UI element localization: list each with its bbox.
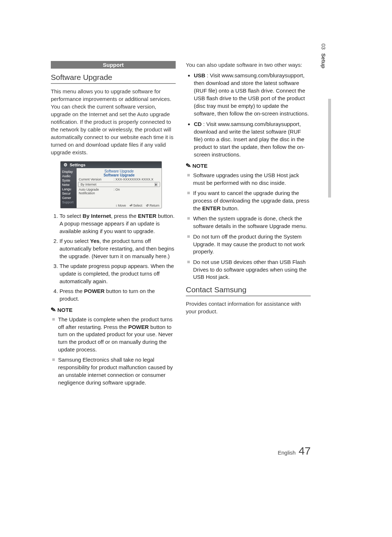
sidebar-item: Syste bbox=[61, 178, 77, 183]
note-item: If you want to cancel the upgrade during… bbox=[193, 190, 311, 212]
note-item: Do not turn off the product during the S… bbox=[193, 233, 311, 256]
sidebar-item: Netw bbox=[61, 183, 77, 187]
panel-subtitle: Software Upgrade bbox=[77, 173, 162, 177]
thumb-index-stripe bbox=[328, 99, 331, 198]
section-name: Setup bbox=[320, 53, 327, 69]
left-column: Support Software Upgrade This menu allow… bbox=[51, 61, 176, 453]
sidebar-item: Secur bbox=[61, 191, 77, 196]
right-column: You can also update software in two othe… bbox=[186, 61, 311, 453]
sidebar-item: Display bbox=[61, 170, 77, 174]
note-item: Samsung Electronics shall take no legal … bbox=[58, 356, 176, 386]
contact-text: Provides contact information for assista… bbox=[186, 300, 311, 315]
note-item: When the system upgrade is done, check t… bbox=[193, 215, 311, 230]
value: : XXX-XXXXXXXX-XXXX.X bbox=[114, 178, 154, 181]
note-heading: ✎ NOTE bbox=[51, 306, 176, 314]
value: : On bbox=[114, 188, 120, 195]
right-intro: You can also update software in two othe… bbox=[186, 61, 311, 69]
label: By Internet bbox=[81, 183, 115, 186]
row-auto-upgrade: Auto Upgrade Notification : On bbox=[77, 187, 162, 195]
note-heading: ✎ NOTE bbox=[186, 162, 311, 170]
settings-title: Settings bbox=[70, 163, 85, 167]
row-by-internet: By Internet ▸ bbox=[78, 182, 160, 187]
note-item: Do not use USB devices other than USB Fl… bbox=[193, 259, 311, 281]
sidebar-item: Langu bbox=[61, 187, 77, 191]
note-label: NOTE bbox=[192, 163, 208, 169]
section-label-support: Support bbox=[51, 61, 176, 69]
step-1: To select By Internet, press the ENTER b… bbox=[60, 212, 176, 235]
label: Current Version bbox=[79, 178, 114, 181]
left-notes: The Update is complete when the product … bbox=[51, 316, 176, 386]
note-label: NOTE bbox=[57, 307, 73, 313]
panel-title: Software Upgrade bbox=[77, 169, 162, 173]
section-number: 03 bbox=[320, 44, 327, 50]
cd-method: CD : Visit www.samsung.com/bluraysupport… bbox=[194, 120, 311, 158]
right-notes: Software upgrades using the USB Host jac… bbox=[186, 172, 311, 281]
heading-software-upgrade: Software Upgrade bbox=[51, 73, 176, 84]
step-4: Press the POWER button to turn on the pr… bbox=[60, 287, 176, 302]
settings-screenshot: ⚙ Settings Display Audio Syste Netw Lang… bbox=[60, 161, 162, 208]
note-item: The Update is complete when the product … bbox=[58, 316, 176, 353]
settings-panel: Software Upgrade Software Upgrade Curren… bbox=[77, 168, 162, 208]
step-2: If you select Yes, the product turns off… bbox=[60, 237, 176, 260]
page-number: 47 bbox=[299, 445, 311, 457]
right-intro-text: You can also update software in two othe… bbox=[186, 61, 311, 69]
hint-select: ⏎Select bbox=[130, 204, 142, 207]
usb-method: USB : Visit www.samsung.com/bluraysuppor… bbox=[194, 72, 311, 117]
row-current-version: Current Version : XXX-XXXXXXXX-XXXX.X bbox=[77, 177, 162, 182]
footer-language: English bbox=[278, 449, 295, 456]
gear-icon: ⚙ bbox=[64, 162, 68, 167]
settings-header: ⚙ Settings bbox=[61, 162, 162, 168]
label: Auto Upgrade Notification bbox=[79, 188, 114, 195]
side-tab: 03 Setup bbox=[320, 44, 327, 69]
page-footer: English 47 bbox=[278, 445, 311, 457]
other-ways-list: USB : Visit www.samsung.com/bluraysuppor… bbox=[186, 72, 311, 158]
heading-contact-samsung: Contact Samsung bbox=[186, 285, 311, 296]
procedure-steps: To select By Internet, press the ENTER b… bbox=[51, 212, 176, 302]
settings-sidebar: Display Audio Syste Netw Langu Secur Gen… bbox=[61, 168, 77, 208]
note-item: Software upgrades using the USB Host jac… bbox=[193, 172, 311, 187]
intro-paragraph: This menu allows you to upgrade software… bbox=[51, 88, 176, 156]
note-icon: ✎ bbox=[50, 306, 56, 314]
sidebar-item: Audio bbox=[61, 174, 77, 178]
intro-paragraph-text: This menu allows you to upgrade software… bbox=[51, 88, 176, 156]
step-3: The update progress popup appears. When … bbox=[60, 262, 176, 285]
page-content: Support Software Upgrade This menu allow… bbox=[51, 61, 311, 453]
hint-move: ↕Move bbox=[115, 204, 126, 207]
hint-return: ↺Return bbox=[146, 204, 159, 207]
sidebar-item-support: Support bbox=[61, 200, 77, 204]
panel-footer-hints: ↕Move ⏎Select ↺Return bbox=[115, 204, 159, 207]
contact-paragraph: Provides contact information for assista… bbox=[186, 300, 311, 315]
note-icon: ✎ bbox=[185, 162, 191, 170]
sidebar-item: Gener bbox=[61, 196, 77, 200]
chevron-right-icon: ▸ bbox=[155, 183, 158, 186]
